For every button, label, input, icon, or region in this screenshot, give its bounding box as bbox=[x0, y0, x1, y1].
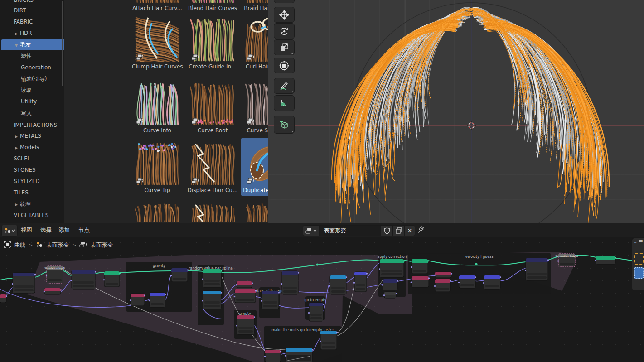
asset-thumbnail[interactable] bbox=[190, 17, 235, 62]
asset-tile-curve-tip[interactable]: Curve Tip bbox=[132, 140, 183, 193]
chevron-right-icon[interactable]: ▶ bbox=[13, 199, 20, 210]
asset-tile-duplicate-hair-c-[interactable]: Duplicate Hair C... bbox=[242, 140, 268, 193]
node[interactable] bbox=[434, 272, 452, 278]
asset-tile-partial[interactable] bbox=[132, 201, 183, 222]
node[interactable] bbox=[234, 289, 257, 303]
asset-thumbnail[interactable] bbox=[135, 140, 180, 186]
node-editor-side-panel[interactable]: ⌄ ☰ bbox=[632, 238, 644, 291]
breadcrumb-item[interactable]: 表面形变 bbox=[46, 241, 69, 249]
asset-thumbnail[interactable] bbox=[190, 140, 235, 186]
asset-tile-partial[interactable] bbox=[242, 201, 268, 222]
node-tree-dropdown[interactable] bbox=[303, 225, 320, 236]
node[interactable] bbox=[170, 268, 189, 282]
chevron-right-icon[interactable]: ▶ bbox=[13, 29, 20, 39]
blue-dotted-zone-icon[interactable] bbox=[634, 267, 644, 279]
node[interactable] bbox=[236, 315, 255, 334]
select-tool-button[interactable] bbox=[274, 0, 295, 3]
asset-tile-curve-segment[interactable]: Curve Segment bbox=[242, 81, 268, 134]
sidebar-item-纹理[interactable]: ▶纹理 bbox=[1, 198, 72, 209]
node[interactable] bbox=[236, 281, 253, 288]
asset-tile-curve-root[interactable]: Curve Root bbox=[187, 81, 238, 134]
node[interactable] bbox=[71, 270, 96, 289]
node[interactable] bbox=[308, 303, 324, 321]
sidebar-item-STYLIZED[interactable]: STYLIZED bbox=[1, 176, 73, 187]
node[interactable] bbox=[0, 294, 7, 303]
asset-thumbnail[interactable] bbox=[245, 17, 268, 62]
node[interactable] bbox=[483, 275, 501, 289]
asset-tile-attach-hair-curv-[interactable]: Attach Hair Curv... bbox=[132, 0, 183, 11]
node[interactable] bbox=[383, 292, 397, 298]
transform-tool-button[interactable] bbox=[274, 58, 295, 73]
node-simulation-output[interactable]: Simulation Output bbox=[555, 254, 578, 267]
node[interactable] bbox=[103, 271, 121, 287]
node[interactable] bbox=[411, 259, 429, 274]
asset-thumbnail[interactable] bbox=[190, 201, 235, 222]
node[interactable] bbox=[382, 279, 398, 290]
node[interactable] bbox=[12, 273, 36, 293]
sidebar-scrollbar[interactable] bbox=[62, 1, 63, 86]
node[interactable] bbox=[595, 256, 616, 264]
annotate-tool-button[interactable] bbox=[274, 78, 295, 94]
scale-tool-button[interactable] bbox=[274, 39, 295, 55]
node[interactable] bbox=[202, 291, 222, 309]
asset-tile-curve-info[interactable]: Curve Info bbox=[132, 81, 183, 134]
node[interactable] bbox=[458, 275, 476, 288]
node[interactable] bbox=[202, 269, 222, 287]
node-simulation-input[interactable]: Simulation Input bbox=[44, 266, 65, 283]
viewport-3d[interactable] bbox=[268, 0, 644, 223]
sidebar-item-TILES[interactable]: TILES bbox=[1, 187, 73, 198]
breadcrumb-item[interactable]: 表面形变 bbox=[90, 241, 113, 249]
chevron-down-icon[interactable]: ⌄ ☰ bbox=[634, 239, 643, 244]
chevron-right-icon[interactable]: ▶ bbox=[13, 131, 20, 142]
sidebar-item-IMPERFACTIONS[interactable]: IMPERFACTIONS bbox=[1, 120, 73, 130]
rotate-tool-button[interactable] bbox=[274, 23, 295, 39]
asset-thumbnail[interactable] bbox=[245, 201, 268, 222]
node-tree-name-field[interactable]: 表面形变 bbox=[319, 225, 386, 236]
node[interactable] bbox=[320, 331, 338, 350]
node[interactable] bbox=[379, 259, 405, 277]
asset-tile-braid-hair-curves[interactable]: Braid Hair Curves bbox=[242, 0, 268, 11]
chevron-right-icon[interactable]: ▶ bbox=[13, 143, 20, 154]
sidebar-item-VEGETABLES[interactable]: VEGETABLES bbox=[1, 210, 73, 221]
new-copy-button[interactable] bbox=[392, 225, 405, 236]
fake-user-shield-button[interactable] bbox=[381, 225, 393, 236]
asset-tile-clump-hair-curves[interactable]: Clump Hair Curves bbox=[132, 17, 183, 70]
orange-dashed-zone-icon[interactable] bbox=[634, 253, 644, 265]
asset-tile-curl-hair-curves[interactable]: Curl Hair Curves bbox=[242, 17, 268, 70]
sidebar-item-Models[interactable]: ▶Models bbox=[1, 142, 72, 153]
asset-thumbnail[interactable] bbox=[190, 81, 235, 126]
asset-thumbnail[interactable] bbox=[190, 0, 235, 4]
move-tool-button[interactable] bbox=[274, 7, 295, 23]
asset-thumbnail[interactable] bbox=[135, 17, 180, 62]
sidebar-item-STONES[interactable]: STONES bbox=[1, 164, 73, 175]
node[interactable] bbox=[149, 293, 166, 307]
asset-tile-displace-hair-cu-[interactable]: Displace Hair Cu... bbox=[187, 140, 238, 193]
asset-thumbnail[interactable] bbox=[135, 201, 180, 222]
asset-thumbnail[interactable] bbox=[135, 81, 180, 126]
sidebar-item-METALS[interactable]: ▶METALS bbox=[1, 130, 72, 141]
node[interactable] bbox=[525, 258, 549, 280]
node[interactable] bbox=[264, 350, 281, 362]
sidebar-item-SCI FI[interactable]: SCI FI bbox=[1, 153, 73, 164]
menu-节点[interactable]: 节点 bbox=[77, 223, 92, 237]
node[interactable] bbox=[411, 276, 430, 287]
node[interactable] bbox=[329, 275, 347, 294]
node[interactable] bbox=[130, 294, 145, 306]
measure-tool-button[interactable] bbox=[274, 95, 295, 111]
unlink-x-button[interactable]: ✕ bbox=[404, 225, 415, 236]
node[interactable] bbox=[281, 271, 299, 294]
asset-thumbnail[interactable] bbox=[245, 140, 268, 186]
pin-icon[interactable] bbox=[417, 226, 424, 236]
node[interactable] bbox=[434, 279, 451, 292]
node-editor[interactable]: gravityrandom value per splinerotate wit… bbox=[0, 237, 644, 362]
node[interactable] bbox=[44, 288, 62, 294]
breadcrumb-item[interactable]: 曲线 bbox=[14, 241, 25, 249]
node[interactable] bbox=[285, 348, 313, 362]
asset-tile-partial[interactable] bbox=[187, 201, 238, 222]
asset-thumbnail[interactable] bbox=[245, 0, 268, 4]
asset-tile-create-guide-in-[interactable]: Create Guide In... bbox=[187, 17, 238, 70]
menu-添加[interactable]: 添加 bbox=[57, 223, 72, 237]
menu-视图[interactable]: 视图 bbox=[19, 223, 34, 237]
add-cube-tool-button[interactable] bbox=[274, 116, 295, 134]
node[interactable] bbox=[261, 291, 280, 309]
